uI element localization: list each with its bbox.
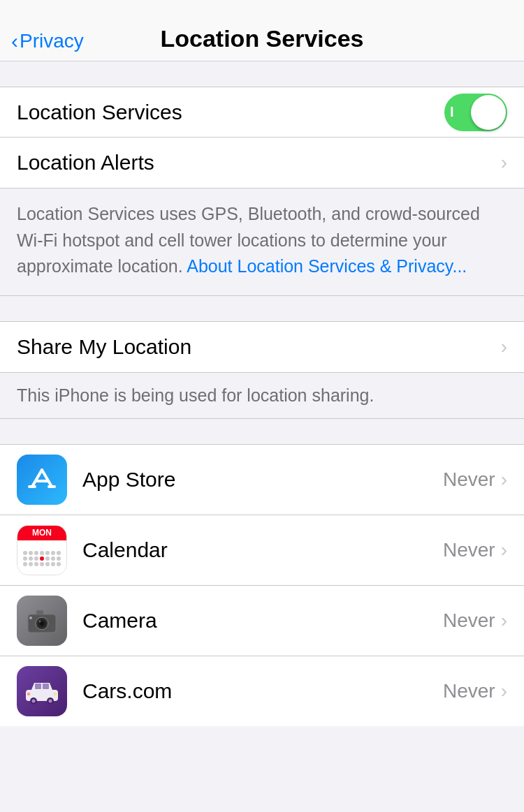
location-sharing-note: This iPhone is being used for location s…	[0, 373, 524, 419]
svg-point-18	[49, 699, 52, 702]
location-services-description: Location Services uses GPS, Bluetooth, a…	[0, 189, 524, 296]
svg-rect-14	[43, 684, 49, 689]
top-spacer	[0, 61, 524, 87]
description-text: Location Services uses GPS, Bluetooth, a…	[17, 201, 507, 280]
svg-point-9	[39, 620, 41, 622]
app-name-camera: Camera	[82, 609, 443, 633]
app-row-calendar[interactable]: MON	[0, 515, 524, 586]
svg-rect-20	[27, 693, 30, 695]
app-value-calendar: Never	[443, 539, 495, 561]
app-icon-calendar: MON	[17, 525, 67, 575]
svg-point-11	[29, 617, 32, 619]
svg-line-0	[32, 470, 42, 487]
app-value-carscom: Never	[443, 680, 495, 702]
navigation-bar: ‹ Privacy Location Services	[0, 0, 524, 61]
app-name-carscom: Cars.com	[82, 679, 443, 703]
appstore-chevron-icon: ›	[501, 470, 507, 489]
page-title: Location Services	[160, 25, 363, 52]
back-button[interactable]: ‹ Privacy	[11, 30, 84, 52]
carscom-chevron-icon: ›	[501, 681, 507, 701]
app-value-camera: Never	[443, 610, 495, 632]
app-icon-camera	[17, 596, 67, 646]
description-link[interactable]: About Location Services & Privacy...	[187, 256, 467, 276]
back-chevron-icon: ‹	[11, 31, 18, 52]
appstore-logo-icon	[25, 463, 59, 496]
svg-rect-19	[54, 693, 57, 695]
app-icon-carscom	[17, 666, 67, 716]
location-services-toggle[interactable]	[444, 94, 507, 131]
svg-rect-13	[35, 684, 41, 689]
back-button-label: Privacy	[20, 30, 84, 52]
app-row-appstore[interactable]: App Store Never ›	[0, 445, 524, 515]
app-list-group: App Store Never › MON	[0, 444, 524, 726]
calendar-chevron-icon: ›	[501, 540, 507, 560]
svg-rect-10	[36, 610, 43, 615]
location-alerts-chevron-icon: ›	[501, 153, 507, 172]
location-alerts-label: Location Alerts	[17, 151, 501, 175]
location-sharing-text: This iPhone is being used for location s…	[17, 385, 507, 406]
app-row-camera[interactable]: Camera Never ›	[0, 586, 524, 656]
location-services-label: Location Services	[17, 101, 444, 124]
camera-chevron-icon: ›	[501, 611, 507, 630]
app-row-carscom[interactable]: Cars.com Never ›	[0, 656, 524, 726]
share-my-location-label: Share My Location	[17, 335, 501, 359]
share-my-location-chevron-icon: ›	[501, 337, 507, 357]
section-gap-1	[0, 296, 524, 321]
camera-lens-icon	[27, 607, 57, 634]
carscom-car-icon	[24, 677, 59, 705]
location-services-row: Location Services	[0, 87, 524, 138]
share-my-location-row[interactable]: Share My Location ›	[0, 322, 524, 372]
bottom-padding	[0, 726, 524, 768]
share-my-location-group: Share My Location ›	[0, 321, 524, 373]
svg-line-1	[42, 470, 52, 487]
toggle-knob	[471, 95, 506, 130]
app-name-calendar: Calendar	[82, 538, 443, 562]
location-services-group: Location Services Location Alerts ›	[0, 87, 524, 189]
app-value-appstore: Never	[443, 468, 495, 491]
section-gap-2	[0, 419, 524, 444]
app-name-appstore: App Store	[82, 468, 443, 492]
location-alerts-row[interactable]: Location Alerts ›	[0, 138, 524, 188]
svg-point-16	[32, 699, 36, 702]
app-icon-appstore	[17, 455, 67, 505]
